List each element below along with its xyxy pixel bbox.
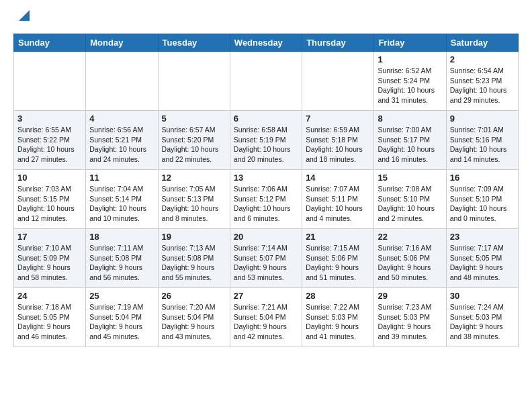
day-number: 22 <box>378 232 442 242</box>
day-info: Sunrise: 7:15 AM Sunset: 5:06 PM Dayligh… <box>306 243 370 283</box>
calendar-cell: 29Sunrise: 7:23 AM Sunset: 5:03 PM Dayli… <box>374 288 446 347</box>
calendar-cell: 22Sunrise: 7:16 AM Sunset: 5:06 PM Dayli… <box>374 229 446 288</box>
day-info: Sunrise: 7:13 AM Sunset: 5:08 PM Dayligh… <box>162 243 226 283</box>
logo-icon <box>15 7 30 22</box>
calendar-cell <box>14 52 86 111</box>
day-number: 15 <box>378 173 442 183</box>
calendar-cell <box>302 52 374 111</box>
weekday-header: Wednesday <box>230 34 302 52</box>
day-info: Sunrise: 7:14 AM Sunset: 5:07 PM Dayligh… <box>234 243 298 283</box>
calendar-cell: 3Sunrise: 6:55 AM Sunset: 5:22 PM Daylig… <box>14 111 86 170</box>
day-number: 21 <box>306 232 370 242</box>
calendar-cell: 30Sunrise: 7:24 AM Sunset: 5:03 PM Dayli… <box>446 288 518 347</box>
calendar-week-row: 10Sunrise: 7:03 AM Sunset: 5:15 PM Dayli… <box>14 170 519 229</box>
day-info: Sunrise: 7:05 AM Sunset: 5:13 PM Dayligh… <box>162 184 226 224</box>
calendar-cell: 11Sunrise: 7:04 AM Sunset: 5:14 PM Dayli… <box>86 170 158 229</box>
day-info: Sunrise: 7:09 AM Sunset: 5:10 PM Dayligh… <box>450 184 515 224</box>
day-number: 3 <box>17 113 82 124</box>
calendar-cell: 1Sunrise: 6:52 AM Sunset: 5:24 PM Daylig… <box>374 52 446 111</box>
day-number: 9 <box>450 113 515 124</box>
day-number: 1 <box>378 54 442 64</box>
calendar-cell: 13Sunrise: 7:06 AM Sunset: 5:12 PM Dayli… <box>230 170 302 229</box>
weekday-header: Saturday <box>446 34 518 52</box>
calendar-cell <box>158 52 230 111</box>
day-info: Sunrise: 6:58 AM Sunset: 5:19 PM Dayligh… <box>234 125 298 165</box>
day-info: Sunrise: 7:04 AM Sunset: 5:14 PM Dayligh… <box>89 184 154 224</box>
day-info: Sunrise: 7:11 AM Sunset: 5:08 PM Dayligh… <box>89 243 154 283</box>
day-number: 10 <box>17 173 82 183</box>
day-number: 28 <box>306 291 370 301</box>
weekday-header: Friday <box>374 34 446 52</box>
day-number: 13 <box>234 173 298 183</box>
day-info: Sunrise: 7:01 AM Sunset: 5:16 PM Dayligh… <box>450 125 515 165</box>
day-number: 29 <box>378 291 442 301</box>
day-info: Sunrise: 7:17 AM Sunset: 5:05 PM Dayligh… <box>450 243 515 283</box>
day-number: 5 <box>162 113 226 124</box>
day-number: 16 <box>450 173 515 183</box>
day-number: 8 <box>378 113 442 124</box>
logo <box>13 11 30 26</box>
day-info: Sunrise: 6:59 AM Sunset: 5:18 PM Dayligh… <box>306 125 370 165</box>
day-number: 26 <box>162 291 226 301</box>
page: SundayMondayTuesdayWednesdayThursdayFrid… <box>0 0 532 358</box>
calendar-cell: 20Sunrise: 7:14 AM Sunset: 5:07 PM Dayli… <box>230 229 302 288</box>
day-number: 14 <box>306 173 370 183</box>
calendar-cell: 2Sunrise: 6:54 AM Sunset: 5:23 PM Daylig… <box>446 52 518 111</box>
header <box>13 11 519 26</box>
day-info: Sunrise: 7:16 AM Sunset: 5:06 PM Dayligh… <box>378 243 442 283</box>
calendar-cell: 10Sunrise: 7:03 AM Sunset: 5:15 PM Dayli… <box>14 170 86 229</box>
calendar-cell: 12Sunrise: 7:05 AM Sunset: 5:13 PM Dayli… <box>158 170 230 229</box>
calendar-cell <box>230 52 302 111</box>
day-info: Sunrise: 6:56 AM Sunset: 5:21 PM Dayligh… <box>89 125 154 165</box>
calendar-cell: 28Sunrise: 7:22 AM Sunset: 5:03 PM Dayli… <box>302 288 374 347</box>
day-info: Sunrise: 7:19 AM Sunset: 5:04 PM Dayligh… <box>89 302 154 342</box>
weekday-header: Tuesday <box>158 34 230 52</box>
day-number: 6 <box>234 113 298 124</box>
day-number: 18 <box>89 232 154 242</box>
calendar-cell: 7Sunrise: 6:59 AM Sunset: 5:18 PM Daylig… <box>302 111 374 170</box>
day-number: 30 <box>450 291 515 301</box>
calendar-cell: 17Sunrise: 7:10 AM Sunset: 5:09 PM Dayli… <box>14 229 86 288</box>
calendar-week-row: 17Sunrise: 7:10 AM Sunset: 5:09 PM Dayli… <box>14 229 519 288</box>
calendar-cell: 9Sunrise: 7:01 AM Sunset: 5:16 PM Daylig… <box>446 111 518 170</box>
day-info: Sunrise: 7:03 AM Sunset: 5:15 PM Dayligh… <box>17 184 82 224</box>
day-info: Sunrise: 7:07 AM Sunset: 5:11 PM Dayligh… <box>306 184 370 224</box>
day-info: Sunrise: 7:21 AM Sunset: 5:04 PM Dayligh… <box>234 302 298 342</box>
day-info: Sunrise: 7:00 AM Sunset: 5:17 PM Dayligh… <box>378 125 442 165</box>
day-number: 23 <box>450 232 515 242</box>
calendar-cell: 21Sunrise: 7:15 AM Sunset: 5:06 PM Dayli… <box>302 229 374 288</box>
day-info: Sunrise: 6:55 AM Sunset: 5:22 PM Dayligh… <box>17 125 82 165</box>
day-info: Sunrise: 6:52 AM Sunset: 5:24 PM Dayligh… <box>378 66 442 105</box>
calendar-cell: 19Sunrise: 7:13 AM Sunset: 5:08 PM Dayli… <box>158 229 230 288</box>
day-info: Sunrise: 7:08 AM Sunset: 5:10 PM Dayligh… <box>378 184 442 224</box>
day-info: Sunrise: 7:20 AM Sunset: 5:04 PM Dayligh… <box>162 302 226 342</box>
day-info: Sunrise: 7:06 AM Sunset: 5:12 PM Dayligh… <box>234 184 298 224</box>
day-number: 24 <box>17 291 82 301</box>
day-info: Sunrise: 7:10 AM Sunset: 5:09 PM Dayligh… <box>17 243 82 283</box>
calendar-cell: 23Sunrise: 7:17 AM Sunset: 5:05 PM Dayli… <box>446 229 518 288</box>
svg-marker-0 <box>19 10 30 21</box>
weekday-header: Sunday <box>14 34 86 52</box>
calendar-cell: 6Sunrise: 6:58 AM Sunset: 5:19 PM Daylig… <box>230 111 302 170</box>
weekday-header: Monday <box>86 34 158 52</box>
calendar-cell: 16Sunrise: 7:09 AM Sunset: 5:10 PM Dayli… <box>446 170 518 229</box>
calendar-cell: 27Sunrise: 7:21 AM Sunset: 5:04 PM Dayli… <box>230 288 302 347</box>
calendar-cell: 5Sunrise: 6:57 AM Sunset: 5:20 PM Daylig… <box>158 111 230 170</box>
day-info: Sunrise: 7:18 AM Sunset: 5:05 PM Dayligh… <box>17 302 82 342</box>
calendar-cell: 24Sunrise: 7:18 AM Sunset: 5:05 PM Dayli… <box>14 288 86 347</box>
calendar-cell: 15Sunrise: 7:08 AM Sunset: 5:10 PM Dayli… <box>374 170 446 229</box>
day-number: 4 <box>89 113 154 124</box>
calendar-cell: 18Sunrise: 7:11 AM Sunset: 5:08 PM Dayli… <box>86 229 158 288</box>
day-info: Sunrise: 7:24 AM Sunset: 5:03 PM Dayligh… <box>450 302 515 342</box>
day-number: 20 <box>234 232 298 242</box>
calendar-week-row: 3Sunrise: 6:55 AM Sunset: 5:22 PM Daylig… <box>14 111 519 170</box>
weekday-header: Thursday <box>302 34 374 52</box>
day-number: 19 <box>162 232 226 242</box>
calendar-cell <box>86 52 158 111</box>
calendar-cell: 26Sunrise: 7:20 AM Sunset: 5:04 PM Dayli… <box>158 288 230 347</box>
calendar-cell: 14Sunrise: 7:07 AM Sunset: 5:11 PM Dayli… <box>302 170 374 229</box>
day-number: 27 <box>234 291 298 301</box>
day-info: Sunrise: 6:54 AM Sunset: 5:23 PM Dayligh… <box>450 66 515 105</box>
calendar-week-row: 24Sunrise: 7:18 AM Sunset: 5:05 PM Dayli… <box>14 288 519 347</box>
day-info: Sunrise: 7:23 AM Sunset: 5:03 PM Dayligh… <box>378 302 442 342</box>
